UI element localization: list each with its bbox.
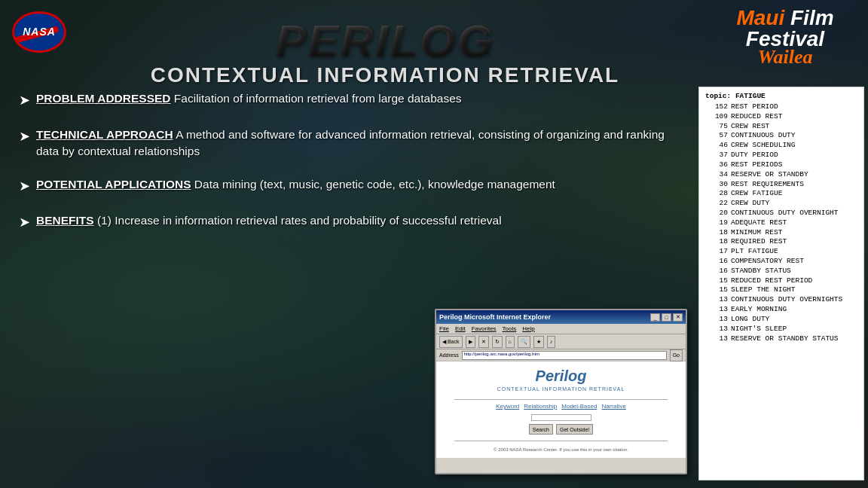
topic-row: 18REQUIRED REST [705,237,857,247]
topic-label: RESERVE OR STANDBY [731,170,857,180]
browser-screenshot: Perilog Microsoft Internet Explorer _ □ … [435,309,687,474]
back-btn[interactable]: ◀ Back [439,336,463,348]
topic-row: 57CONTINUOUS DUTY [705,131,857,141]
bullet-arrow-3: ➤ [19,177,30,196]
tab-relationship[interactable]: Relationship [524,403,557,410]
topic-row: 34RESERVE OR STANDBY [705,170,857,180]
browser-title-text: Perilog Microsoft Internet Explorer [439,313,551,321]
topic-label: REST PERIODS [731,160,857,170]
perilog-search-button[interactable]: Search [529,424,553,435]
browser-controls: _ □ ✕ [650,313,683,322]
perilog-app-subtitle: CONTEXTUAL INFORMATION RETRIEVAL [497,386,625,392]
topic-label: CREW REST [731,122,857,132]
topic-label: DUTY PERIOD [731,151,857,160]
topic-label: REST REQUIREMENTS [731,180,857,190]
tab-model-based[interactable]: Model-Based [561,403,597,410]
bullet-arrow-1: ➤ [19,91,30,110]
favorites-btn[interactable]: ★ [533,336,544,348]
topic-label: PLT FATIGUE [731,247,857,257]
bullet-content-4: (1) Increase in information retrieval ra… [94,214,502,227]
topic-label: SLEEP THE NIGHT [731,285,857,295]
topic-count: 13 [705,325,728,334]
topic-label: CREW FATIGUE [731,189,857,199]
search-btn-toolbar[interactable]: 🔍 [518,336,530,348]
browser-minimize[interactable]: _ [650,313,660,322]
topic-count: 13 [705,295,728,305]
topic-row: 20CONTINUOUS DUTY OVERNIGHT [705,209,857,218]
go-btn[interactable]: Go [670,349,683,361]
refresh-btn[interactable]: ↻ [492,336,503,348]
topic-label: CONTINUOUS DUTY [731,131,857,141]
bullet-text-3: POTENTIAL APPLICATIONS Data mining (text… [36,176,555,193]
topic-row: 13LONG DUTY [705,315,857,325]
topic-count: 13 [705,315,728,325]
bullet-text-1: PROBLEM ADDRESSED Facilitation of inform… [36,90,462,107]
topic-row: 16STANDBY STATUS [705,267,857,276]
media-btn[interactable]: ♪ [547,336,556,348]
browser-close[interactable]: ✕ [673,313,683,322]
topic-label: ADEQUATE REST [731,218,857,228]
topic-label: EARLY MORNING [731,305,857,315]
topic-label: REQUIRED REST [731,237,857,247]
topic-count: 16 [705,267,728,276]
topic-count: 36 [705,160,728,170]
topic-row: 36REST PERIODS [705,160,857,170]
bullet-label-4: BENEFITS [36,214,94,227]
topic-row: 30REST REQUIREMENTS [705,180,857,190]
browser-toolbar: ◀ Back ▶ ✕ ↻ ⌂ 🔍 ★ ♪ [436,334,686,349]
topic-label: CONTINUOUS DUTY OVERNIGHT [731,209,857,218]
perilog-get-outside-button[interactable]: Get Outside! [556,424,593,435]
topic-label: CREW DUTY [731,199,857,209]
topic-count: 28 [705,189,728,199]
tab-narrative[interactable]: Narrative [601,403,625,410]
topic-row: 13EARLY MORNING [705,305,857,315]
topic-row: 16COMPENSATORY REST [705,257,857,267]
nasa-logo-text: NASA [23,26,56,38]
topic-count: 13 [705,334,728,344]
topic-header: topic: FATIGUE [705,92,857,100]
menu-favorites[interactable]: Favorites [472,325,497,332]
bullet-content-3: Data mining (text, music, genetic code, … [191,178,555,191]
topic-label: NIGHT'S SLEEP [731,325,857,334]
perilog-footer: © 2003 NASA Research Center. If you use … [494,447,628,452]
menu-tools[interactable]: Tools [503,325,517,332]
topic-row: 17PLT FATIGUE [705,247,857,257]
bullet-technical: ➤ TECHNICAL APPROACH A method and softwa… [19,127,683,159]
menu-help[interactable]: Help [522,325,534,332]
topic-label: REDUCED REST [731,112,857,122]
topic-panel: topic: FATIGUE 152REST PERIOD109REDUCED … [698,87,864,480]
topic-count: 20 [705,209,728,218]
topic-row: 22CREW DUTY [705,199,857,209]
topic-count: 22 [705,199,728,209]
nasa-meatball: NASA [12,11,66,53]
nasa-logo: NASA [9,9,69,54]
search-input-area[interactable] [531,414,591,421]
stop-btn[interactable]: ✕ [478,336,489,348]
browser-maximize[interactable]: □ [662,313,671,322]
bullet-label-3: POTENTIAL APPLICATIONS [36,178,191,191]
topic-count: 57 [705,131,728,141]
topic-count: 30 [705,180,728,190]
address-input[interactable]: http://perilog.arc.nasa.gov/perilog.htm [462,351,667,360]
wailea-script: Wailea [757,46,812,69]
topic-count: 15 [705,285,728,295]
topic-count: 13 [705,305,728,315]
sub-title: CONTEXTUAL INFORMATION RETRIEVAL [75,63,695,87]
topic-row: 13CONTINUOUS DUTY OVERNIGHTS [705,295,857,305]
topic-row: 13NIGHT'S SLEEP [705,325,857,334]
menu-edit[interactable]: Edit [455,325,466,332]
bullet-applications: ➤ POTENTIAL APPLICATIONS Data mining (te… [19,176,683,196]
browser-titlebar: Perilog Microsoft Internet Explorer _ □ … [436,310,686,324]
home-btn[interactable]: ⌂ [506,336,515,348]
bullet-arrow-2: ➤ [19,127,30,146]
forward-btn[interactable]: ▶ [466,336,475,348]
topic-label: LONG DUTY [731,315,857,325]
topic-row: 13RESERVE OR STANDBY STATUS [705,334,857,344]
topic-count: 46 [705,141,728,151]
perilog-divider-1 [454,399,668,400]
topic-count: 18 [705,228,728,238]
menu-file[interactable]: File [439,325,449,332]
tab-keyword[interactable]: Keyword [496,403,519,410]
maui-label: Maui [736,6,784,29]
bullet-problem: ➤ PROBLEM ADDRESSED Facilitation of info… [19,90,683,110]
